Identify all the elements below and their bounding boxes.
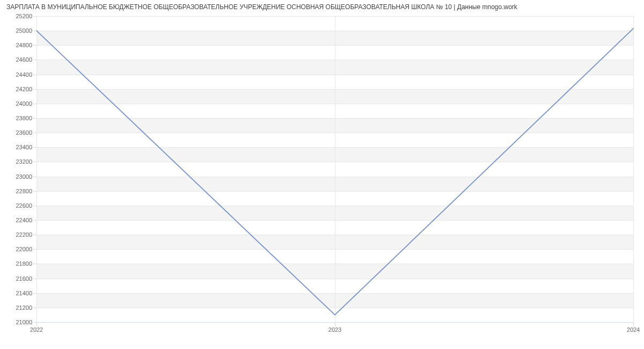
y-tick-label: 23800 [16, 115, 32, 121]
y-tick-mark [34, 75, 36, 75]
y-tick-mark [34, 31, 36, 31]
salary-line-chart: ЗАРПЛАТА В МУНИЦИПАЛЬНОЕ БЮДЖЕТНОЕ ОБЩЕО… [0, 0, 644, 349]
y-tick-mark [34, 60, 36, 60]
y-tick-label: 22800 [16, 188, 32, 194]
y-tick-label: 23600 [16, 129, 32, 136]
y-tick-mark [34, 235, 36, 235]
y-tick-mark [34, 191, 36, 192]
x-tick-mark [335, 322, 335, 326]
y-tick-mark [34, 177, 36, 177]
y-tick-label: 24200 [16, 86, 32, 92]
y-tick-label: 21000 [16, 319, 32, 325]
x-axis-line [36, 322, 633, 323]
y-tick-label: 22200 [16, 231, 32, 238]
y-tick-label: 22000 [16, 246, 32, 252]
y-tick-label: 25000 [16, 27, 32, 34]
y-tick-mark [34, 104, 36, 104]
y-tick-mark [34, 89, 36, 90]
y-tick-label: 21400 [16, 290, 32, 296]
y-tick-mark [34, 308, 36, 308]
line-series [36, 16, 633, 322]
y-tick-label: 22400 [16, 217, 32, 223]
y-tick-mark [34, 279, 36, 279]
y-tick-mark [34, 147, 36, 148]
chart-title: ЗАРПЛАТА В МУНИЦИПАЛЬНОЕ БЮДЖЕТНОЕ ОБЩЕО… [6, 3, 517, 11]
y-tick-label: 23400 [16, 144, 32, 150]
y-tick-mark [34, 264, 36, 264]
y-tick-label: 24400 [16, 71, 32, 78]
y-tick-mark [34, 16, 36, 17]
y-tick-label: 24000 [16, 100, 32, 107]
plot-area: 2100021200214002160021800220002220022400… [36, 16, 633, 322]
y-tick-mark [34, 162, 36, 162]
y-tick-label: 23200 [16, 158, 32, 165]
x-tick-label: 2023 [328, 326, 341, 333]
y-tick-label: 23000 [16, 173, 32, 180]
x-tick-label: 2022 [30, 326, 43, 333]
y-tick-label: 21200 [16, 304, 32, 311]
y-tick-mark [34, 118, 36, 119]
y-tick-label: 21800 [16, 260, 32, 267]
x-grid-line [633, 16, 634, 322]
y-tick-label: 22600 [16, 202, 32, 209]
y-tick-mark [34, 206, 36, 206]
y-tick-mark [34, 293, 36, 294]
y-tick-mark [34, 133, 36, 133]
x-tick-mark [36, 322, 37, 326]
y-tick-mark [34, 45, 36, 46]
x-tick-label: 2024 [627, 326, 640, 333]
y-tick-label: 24800 [16, 42, 32, 48]
y-tick-mark [34, 220, 36, 221]
y-tick-label: 21600 [16, 275, 32, 282]
y-tick-mark [34, 249, 36, 250]
x-tick-mark [633, 322, 634, 326]
y-tick-label: 25200 [16, 13, 32, 19]
y-tick-label: 24600 [16, 56, 32, 63]
